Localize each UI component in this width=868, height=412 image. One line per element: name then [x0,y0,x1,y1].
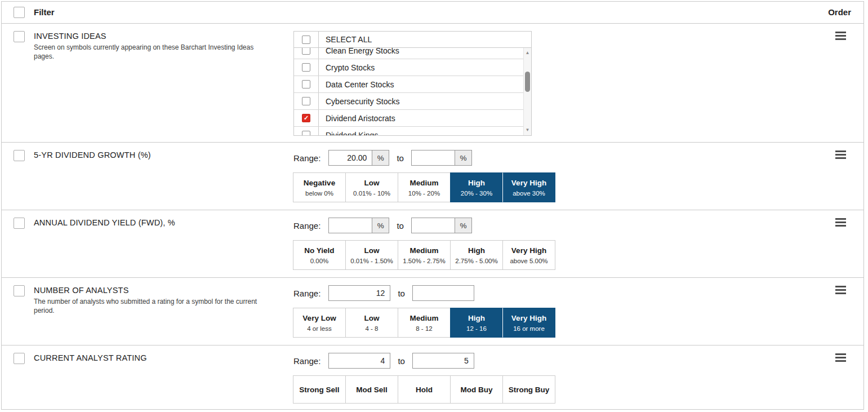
range-to-input[interactable] [411,150,455,166]
scrollbar-thumb[interactable] [525,72,530,92]
preset-button[interactable]: Very High above 30% [502,172,555,202]
item-checkbox[interactable] [302,114,310,122]
item-checkbox-cell [294,110,319,126]
investing-ideas-listbox: SELECT ALL Clean Energy Stocks [293,31,532,136]
percent-unit: % [372,150,389,166]
preset-button[interactable]: Low 4 - 8 [345,308,398,338]
filter-header-label: Filter [34,7,55,17]
list-item[interactable]: Crypto Stocks [294,59,531,76]
row-title: CURRENT ANALYST RATING [34,353,147,362]
range-from-input[interactable] [328,218,372,233]
range-from-input[interactable] [328,150,372,166]
to-label: to [398,289,405,298]
range-label: Range: [293,356,321,366]
drag-handle-icon[interactable] [835,353,846,362]
item-checkbox[interactable] [302,80,310,88]
range-from-input[interactable] [328,353,390,369]
preset-button[interactable]: Strong Sell [293,375,346,404]
item-label: Cybersecurity Stocks [319,97,399,106]
range-label: Range: [293,289,321,298]
header-row: Filter Order [2,2,863,23]
filter-row-dividend-yield: ANNUAL DIVIDEND YIELD (FWD), % Range: % … [2,210,863,277]
filter-row-dividend-growth: 5-YR DIVIDEND GROWTH (%) Range: % to % N… [2,142,863,210]
drag-handle-icon[interactable] [835,32,846,40]
preset-button[interactable]: Strong Buy [502,375,555,404]
row-description: The number of analysts who submitted a r… [34,297,273,315]
preset-button[interactable]: Very High above 5.00% [502,240,555,270]
preset-buttons: Negative below 0% Low 0.01% - 10% Medium… [293,172,555,202]
item-label: Clean Energy Stocks [319,48,399,55]
range-from-input[interactable] [328,285,390,301]
item-checkbox[interactable] [302,97,310,105]
row-description: Screen on symbols currently appearing on… [34,43,273,61]
preset-buttons: Very Low 4 or less Low 4 - 8 Medium 8 - … [293,308,555,338]
item-checkbox-cell [294,59,319,76]
range-to-input[interactable] [412,285,474,301]
preset-button[interactable]: Mod Sell [345,375,398,404]
item-label: Data Center Stocks [319,80,394,89]
percent-unit: % [372,218,389,233]
to-label: to [397,153,404,163]
drag-handle-icon[interactable] [835,150,846,159]
item-checkbox-cell [294,93,319,109]
preset-button[interactable]: Very Low 4 or less [293,308,346,338]
row-checkbox[interactable] [14,218,25,229]
row-checkbox[interactable] [14,150,25,161]
preset-button[interactable]: Medium 8 - 12 [398,308,451,338]
select-all-label: SELECT ALL [319,35,372,44]
percent-unit: % [455,218,472,233]
drag-handle-icon[interactable] [835,286,846,294]
item-checkbox[interactable] [302,48,310,55]
filter-header-checkbox[interactable] [14,7,25,18]
preset-button[interactable]: High 2.75% - 5.00% [450,240,503,270]
row-checkbox[interactable] [14,353,25,364]
preset-buttons: Strong Sell Mod Sell Hold Mod Buy Strong… [293,375,555,404]
row-checkbox[interactable] [14,31,25,42]
range-label: Range: [293,221,321,231]
to-label: to [398,356,405,366]
list-item[interactable]: Clean Energy Stocks [294,48,531,59]
range-label: Range: [293,153,321,163]
item-checkbox-cell [294,127,319,136]
preset-button[interactable]: Mod Buy [450,375,503,404]
ideas-scroll-viewport: Clean Energy Stocks Crypto Stocks [293,48,532,136]
filter-row-number-of-analysts: NUMBER OF ANALYSTS The number of analyst… [2,277,863,345]
list-scrollbar[interactable]: ▲ ▼ [523,48,531,135]
item-checkbox[interactable] [302,63,310,72]
list-item[interactable]: Dividend Kings [294,127,531,136]
list-item[interactable]: Data Center Stocks [294,76,531,93]
drag-handle-icon[interactable] [835,218,846,227]
range-to-input[interactable] [412,353,474,369]
row-title: INVESTING IDEAS [34,32,106,41]
list-item[interactable]: Dividend Aristocrats [294,110,531,127]
list-item[interactable]: Cybersecurity Stocks [294,93,531,110]
filter-row-analyst-rating: CURRENT ANALYST RATING Range: to Strong … [2,345,863,409]
order-header-label: Order [828,7,851,17]
row-title: 5-YR DIVIDEND GROWTH (%) [34,150,151,160]
select-all-checkbox-cell [294,32,319,47]
preset-button[interactable]: Low 0.01% - 1.50% [345,240,398,270]
item-label: Dividend Aristocrats [319,114,395,123]
preset-button[interactable]: Medium 1.50% - 2.75% [398,240,451,270]
preset-button[interactable]: Low 0.01% - 10% [345,172,398,202]
preset-button[interactable]: High 12 - 16 [450,308,503,338]
preset-button[interactable]: Hold [398,375,451,404]
preset-button[interactable]: Very High 16 or more [502,308,555,338]
preset-button[interactable]: No Yield 0.00% [293,240,346,270]
preset-button[interactable]: High 20% - 30% [450,172,503,202]
to-label: to [397,221,404,231]
row-checkbox[interactable] [14,285,25,296]
preset-button[interactable]: Medium 10% - 20% [398,172,451,202]
filter-row-investing-ideas: INVESTING IDEAS Screen on symbols curren… [2,23,863,142]
item-checkbox[interactable] [302,131,310,136]
preset-buttons: No Yield 0.00% Low 0.01% - 1.50% Medium … [293,240,555,270]
select-all-row[interactable]: SELECT ALL [293,31,532,48]
scrollbar-down-icon[interactable]: ▼ [524,126,531,134]
item-label: Dividend Kings [319,131,378,136]
select-all-checkbox[interactable] [302,36,310,44]
scrollbar-up-icon[interactable]: ▲ [524,49,531,57]
preset-button[interactable]: Negative below 0% [293,172,346,202]
range-to-input[interactable] [411,218,455,233]
item-checkbox-cell [294,76,319,92]
row-title: ANNUAL DIVIDEND YIELD (FWD), % [34,218,175,227]
